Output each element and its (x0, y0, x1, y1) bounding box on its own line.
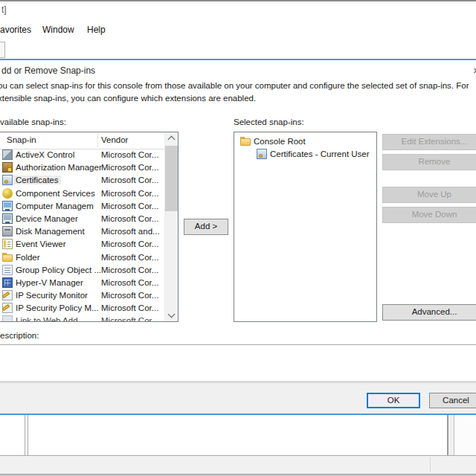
description-box (0, 344, 476, 382)
chevron-down-icon (168, 311, 176, 318)
snapin-row[interactable]: Component ServicesMicrosoft Cor... (0, 187, 165, 200)
component-services-icon (2, 188, 13, 199)
window-top-border (0, 0, 476, 1)
snapin-vendor: Microsoft and... (101, 227, 160, 236)
available-snapin-rows: ActiveX ControlMicrosoft Cor...Authoriza… (0, 149, 165, 321)
column-divider[interactable] (97, 134, 98, 147)
toolbar-button-fragment[interactable] (0, 42, 5, 58)
snapin-row[interactable]: ActiveX ControlMicrosoft Cor... (0, 149, 165, 161)
selected-snapins-label: Selected snap-ins: (234, 118, 304, 126)
snapin-name: Authorization Manager (16, 163, 102, 172)
column-header-vendor[interactable]: Vendor (101, 135, 128, 144)
snapin-row[interactable]: Device ManagerMicrosoft Cor... (0, 213, 165, 225)
snapin-row[interactable]: Computer ManagemMicrosoft Cor... (0, 200, 165, 213)
device-manager-icon (2, 213, 13, 224)
available-snapins-label: vailable snap-ins: (0, 118, 66, 126)
scroll-up-button[interactable] (165, 132, 178, 144)
statusbar (0, 456, 476, 474)
cancel-button[interactable]: Cancel (429, 393, 476, 408)
advanced-button[interactable]: Advanced... (382, 304, 476, 321)
snapin-row[interactable]: Link to Web Add...Microsoft Cor... (0, 315, 165, 321)
snapin-name: Disk Management (16, 227, 85, 236)
snapin-row[interactable]: FolderMicrosoft Cor... (0, 251, 165, 264)
add-button[interactable]: Add > (184, 219, 228, 235)
edit-extensions-button[interactable]: Edit Extensions... (382, 134, 476, 150)
folder-icon (240, 136, 251, 147)
side-buttons: Edit Extensions...RemoveMove UpMove Down (382, 134, 476, 290)
selected-snapins-tree: Console RootCertificates - Current User (234, 132, 377, 322)
column-header-snapin[interactable]: Snap-in (7, 135, 36, 144)
snapin-vendor: Microsoft Cor... (101, 176, 158, 184)
snapin-vendor: Microsoft Cor... (101, 239, 158, 248)
snapin-name: Link to Web Add... (16, 316, 85, 321)
list-scrollbar[interactable] (164, 132, 178, 321)
tree-item-label: Certificates - Current User (270, 149, 370, 158)
snapin-vendor: Microsoft Cor... (101, 189, 158, 198)
console-main-pane-fragment (28, 415, 448, 455)
dialog-footer: OK Cancel (0, 383, 476, 411)
menu-help[interactable]: Help (87, 25, 106, 35)
snapin-name: IP Security Monitor (16, 291, 88, 300)
hyper-v-icon (2, 277, 13, 288)
move-up-button[interactable]: Move Up (382, 187, 476, 203)
snapin-name: Certificates (13, 176, 61, 184)
snapin-name: Hyper-V Manager (16, 278, 83, 287)
snapin-name: Component Services (16, 189, 95, 198)
link-web-icon (2, 315, 13, 321)
disk-management-icon (2, 226, 13, 237)
dialog-intro-line2: xtensible snap-ins, you can configure wh… (0, 94, 476, 103)
snapin-name: Group Policy Object ... (16, 266, 101, 274)
menu-favorites[interactable]: avorites (0, 25, 31, 35)
snapin-vendor: Microsoft Cor... (101, 214, 158, 223)
dialog-top-border (0, 59, 476, 60)
certificates-icon (2, 175, 13, 185)
scroll-down-button[interactable] (165, 309, 178, 321)
folder-icon (2, 252, 13, 263)
close-icon[interactable]: × (473, 64, 476, 77)
certificates-icon (257, 149, 267, 159)
console-action-pane-fragment (454, 415, 476, 455)
snapin-name: ActiveX Control (16, 150, 74, 159)
computer-management-icon (2, 201, 13, 211)
snapin-vendor: Microsoft Cor... (101, 278, 158, 287)
event-viewer-icon (2, 239, 13, 249)
chevron-up-icon (168, 136, 176, 144)
snapin-vendor: Microsoft Cor... (101, 202, 158, 210)
snapin-row[interactable]: Event ViewerMicrosoft Cor... (0, 238, 165, 251)
snapin-vendor: Microsoft Cor... (101, 303, 158, 312)
snapin-vendor: Microsoft Cor... (101, 150, 158, 159)
dialog-intro-line1: ou can select snap-ins for this console … (0, 81, 476, 90)
scrollbar-thumb[interactable] (165, 146, 178, 211)
menubar: avorites Window Help (0, 21, 476, 39)
snapin-row[interactable]: IP Security Policy M...Microsoft Cor... (0, 302, 165, 315)
snapin-row[interactable]: Authorization ManagerMicrosoft Cor... (0, 161, 165, 174)
activex-control-icon (2, 149, 13, 160)
snapin-name: Device Manager (16, 214, 78, 223)
snapin-name: IP Security Policy M... (16, 303, 99, 312)
snapin-name: Folder (16, 253, 40, 262)
snapin-row[interactable]: Group Policy Object ...Microsoft Cor... (0, 264, 165, 277)
ip-security-icon (2, 303, 13, 313)
menu-window[interactable]: Window (42, 25, 74, 35)
snapin-row[interactable]: IP Security MonitorMicrosoft Cor... (0, 289, 165, 302)
snapin-row[interactable]: Disk ManagementMicrosoft and... (0, 225, 165, 238)
snapin-vendor: Microsoft Cor... (101, 291, 158, 300)
add-remove-snapins-dialog: dd or Remove Snap-ins × ou can select sn… (0, 59, 476, 411)
available-snapins-list: Snap-in Vendor ActiveX ControlMicrosoft … (0, 132, 178, 322)
snapin-vendor: Microsoft Cor... (101, 163, 158, 172)
group-policy-icon (2, 265, 13, 275)
authorization-manager-icon (2, 162, 13, 173)
statusbar-separator (430, 457, 431, 472)
list-header: Snap-in Vendor (0, 132, 165, 149)
ip-security-icon (2, 290, 13, 300)
move-down-button[interactable]: Move Down (382, 207, 476, 223)
tree-item-label: Console Root (254, 137, 306, 146)
snapin-row[interactable]: CertificatesMicrosoft Cor... (0, 174, 165, 187)
snapin-row[interactable]: Hyper-V ManagerMicrosoft Cor... (0, 277, 165, 289)
background-console-window (0, 411, 476, 476)
dialog-title: dd or Remove Snap-ins (1, 65, 95, 76)
remove-button[interactable]: Remove (382, 154, 476, 170)
console-tree-pane-fragment (0, 415, 25, 455)
ok-button[interactable]: OK (367, 393, 420, 408)
snapin-name: Computer Managem (16, 202, 94, 210)
